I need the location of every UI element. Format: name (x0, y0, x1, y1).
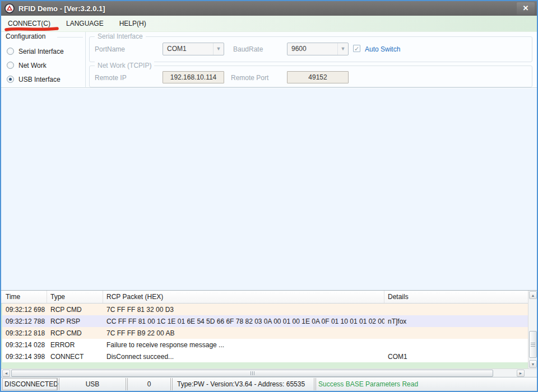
column-header-time[interactable]: Time (2, 291, 47, 303)
scroll-right-icon[interactable]: ► (517, 370, 525, 377)
serial-interface-group-title: Serial Interface (95, 32, 146, 40)
cell-details (384, 304, 528, 315)
app-window: RFID Demo - [Ver:3.2.0.1] ✕ CONNECT(C) L… (0, 0, 538, 392)
cell-type: CONNECT (47, 351, 103, 362)
scroll-up-icon[interactable]: ▲ (529, 291, 537, 299)
remote-port-label: Remote Port (231, 74, 268, 82)
radio-option-serial-interface[interactable]: Serial Interface (7, 44, 64, 58)
app-logo-icon (4, 3, 15, 13)
status-device-info: Type:PW - Version:V3.64 - Address: 65535 (173, 377, 314, 391)
radio-option-label: Serial Interface (18, 48, 64, 55)
chevron-down-icon: ▼ (213, 43, 224, 55)
cell-time: 09:32:14 028 (2, 339, 47, 351)
cell-type: ERROR (47, 339, 103, 351)
portname-select[interactable]: COM1 ▼ (163, 43, 224, 55)
cell-time: 09:32:14 398 (2, 351, 47, 362)
cell-type: RCP RSP (47, 315, 103, 327)
cell-packet: DisConnect succeed... (103, 351, 384, 362)
auto-switch-checkbox[interactable]: ✓ (353, 45, 360, 52)
configuration-panel: Configuration Serial InterfaceNet WorkUS… (1, 32, 537, 88)
table-row[interactable]: 09:32:12 698RCP CMD7C FF FF 81 32 00 D3 (2, 304, 528, 315)
status-count: 0 (128, 377, 170, 391)
menu-help[interactable]: HELP(H) (112, 16, 154, 31)
close-button[interactable]: ✕ (517, 2, 535, 15)
cell-details: COM1 (384, 351, 528, 362)
cell-type: RCP CMD (47, 327, 103, 339)
table-row[interactable]: 09:32:12 818RCP CMD7C FF FF B9 22 00 AB (2, 327, 528, 339)
vertical-scrollbar-thumb[interactable] (529, 331, 537, 358)
radio-unselected-icon[interactable] (7, 62, 14, 69)
menu-language[interactable]: LANGUAGE (58, 16, 112, 31)
configuration-group: Configuration Serial InterfaceNet WorkUS… (1, 32, 86, 88)
configuration-group-title: Configuration (6, 32, 48, 40)
cell-packet: CC FF FF 81 00 1C 1E 01 6E 54 5D 66 6F 7… (103, 315, 384, 327)
cell-details (384, 339, 528, 351)
status-interface: USB (59, 377, 126, 391)
interface-radio-group: Serial InterfaceNet WorkUSB Interface (7, 44, 64, 86)
radio-option-label: USB Interface (18, 76, 61, 83)
menu-bar: CONNECT(C) LANGUAGE HELP(H) (1, 16, 537, 32)
menu-connect[interactable]: CONNECT(C) (1, 16, 58, 31)
cell-packet: 7C FF FF B9 22 00 AB (103, 327, 384, 339)
table-row[interactable]: 09:32:14 398CONNECTDisConnect succeed...… (2, 351, 528, 362)
column-header-details[interactable]: Details (384, 291, 527, 303)
table-row[interactable]: 09:32:14 028ERRORFailure to receive resp… (2, 339, 528, 351)
baudrate-select[interactable]: 9600 ▼ (287, 43, 349, 55)
cell-type: RCP CMD (47, 304, 103, 315)
radio-option-usb-interface[interactable]: USB Interface (7, 72, 64, 86)
remote-ip-label: Remote IP (95, 74, 127, 82)
radio-option-net-work[interactable]: Net Work (7, 58, 64, 72)
portname-label: PortName (95, 45, 125, 53)
baudrate-label: BaudRate (233, 45, 263, 53)
column-header-type[interactable]: Type (47, 291, 103, 303)
chevron-down-icon: ▼ (337, 43, 348, 55)
auto-switch-label: Auto Switch (365, 45, 400, 53)
radio-unselected-icon[interactable] (7, 48, 14, 55)
portname-value: COM1 (167, 45, 187, 53)
remote-port-input[interactable]: 49152 (287, 71, 349, 83)
cell-time: 09:32:12 788 (2, 315, 47, 327)
network-group-title: Net Work (TCPIP) (95, 62, 154, 69)
cell-packet: Failure to receive response message ... (103, 339, 384, 351)
cell-time: 09:32:12 818 (2, 327, 47, 339)
radio-option-label: Net Work (18, 62, 47, 69)
status-connection: DISCONNECTED (2, 378, 57, 390)
log-table: Time Type RCP Packet (HEX) Details 09:32… (1, 290, 537, 377)
scroll-down-icon[interactable]: ▼ (529, 360, 537, 368)
workspace-area (1, 88, 537, 290)
cell-packet: 7C FF FF 81 32 00 D3 (103, 304, 384, 315)
cell-details: nT]fox (384, 315, 528, 327)
horizontal-scrollbar[interactable]: ◄ ► (1, 368, 537, 377)
column-header-packet[interactable]: RCP Packet (HEX) (103, 291, 384, 303)
title-bar: RFID Demo - [Ver:3.2.0.1] ✕ (1, 1, 537, 16)
cell-time: 09:32:12 698 (2, 304, 47, 315)
table-row[interactable]: 09:32:12 788RCP RSPCC FF FF 81 00 1C 1E … (2, 315, 528, 327)
vertical-scrollbar[interactable]: ▲ ▼ (528, 291, 537, 368)
baudrate-value: 9600 (291, 45, 307, 53)
log-table-header: Time Type RCP Packet (HEX) Details (1, 291, 528, 304)
window-title: RFID Demo - [Ver:3.2.0.1] (18, 4, 105, 13)
cell-details (384, 327, 528, 339)
radio-selected-icon[interactable] (7, 76, 14, 83)
scroll-left-icon[interactable]: ◄ (2, 370, 10, 377)
horizontal-scrollbar-thumb[interactable] (11, 370, 493, 377)
status-message: Success BASE Parameters Read (316, 377, 537, 391)
log-table-body: 09:32:12 698RCP CMD7C FF FF 81 32 00 D30… (1, 304, 528, 368)
status-bar: DISCONNECTED USB 0 Type:PW - Version:V3.… (1, 377, 537, 391)
remote-ip-input[interactable]: 192.168.10.114 (163, 71, 224, 83)
